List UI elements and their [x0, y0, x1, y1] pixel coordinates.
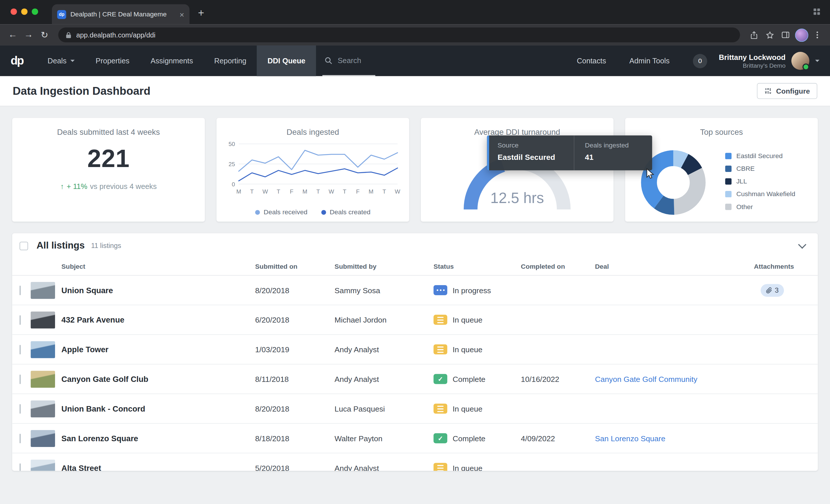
nav-item-assignments[interactable]: Assignments — [140, 45, 204, 76]
side-panel-icon[interactable] — [778, 28, 793, 42]
svg-text:F: F — [290, 188, 293, 195]
page-header: Data Ingestion Dashboard Configure — [0, 76, 830, 106]
back-button[interactable]: ← — [5, 28, 20, 42]
nav-item-reporting[interactable]: Reporting — [204, 45, 257, 76]
table-row[interactable]: Union Square 8/20/2018 Sammy Sosa In pro… — [12, 276, 818, 305]
minimize-window-button[interactable] — [21, 8, 27, 15]
legend-eastdil-secured: Eastdil Secured — [725, 153, 795, 160]
mouse-cursor — [645, 168, 656, 180]
page-title: Data Ingestion Dashboard — [13, 85, 151, 97]
zoom-window-button[interactable] — [32, 8, 38, 15]
collapse-chevron-icon[interactable] — [798, 240, 806, 249]
tooltip-source-label: Source — [498, 142, 572, 149]
browser-profile-avatar[interactable] — [794, 28, 809, 42]
legend-deals-received: Deals received — [255, 208, 307, 216]
legend-swatch-icon — [725, 191, 731, 197]
legend-swatch-icon — [725, 166, 731, 172]
tooltip-deals-label: Deals ingested — [585, 142, 629, 149]
row-checkbox[interactable] — [20, 345, 21, 354]
listing-subject: San Lorenzo Square — [61, 434, 255, 443]
listing-thumbnail — [31, 430, 55, 447]
status-label: In queue — [452, 404, 482, 413]
row-checkbox[interactable] — [20, 285, 21, 295]
column-header-attachments: Attachments — [754, 263, 818, 270]
forward-button[interactable]: → — [21, 28, 36, 42]
deal-link[interactable]: Canyon Gate Golf Community — [595, 375, 697, 383]
submitted-by-value: Michael Jordon — [334, 316, 434, 324]
table-row[interactable]: Apple Tower 1/03/2019 Andy Analyst In qu… — [12, 335, 818, 365]
svg-text:M: M — [236, 188, 241, 195]
tooltip-deals-value: 41 — [585, 153, 629, 161]
close-tab-icon[interactable]: × — [180, 10, 184, 19]
svg-text:0: 0 — [232, 181, 235, 188]
row-checkbox[interactable] — [20, 315, 21, 325]
row-checkbox[interactable] — [20, 404, 21, 413]
user-menu[interactable]: Brittany Lockwood Brittany's Demo — [719, 52, 819, 70]
url-text: app.dealpath.com/app/ddi — [76, 31, 155, 39]
column-header-submitted-on: Submitted on — [255, 263, 334, 270]
table-row[interactable]: San Lorenzo Square 8/18/2018 Walter Payt… — [12, 424, 818, 453]
row-checkbox[interactable] — [20, 374, 21, 383]
nav-item-deals[interactable]: Deals — [37, 45, 85, 76]
attachments-pill[interactable]: 3 — [761, 284, 784, 296]
submitted-by-value: Luca Pasquesi — [334, 404, 434, 413]
table-row[interactable]: Union Bank - Concord 8/20/2018 Luca Pasq… — [12, 394, 818, 424]
browser-window: dp Dealpath | CRE Deal Manageme × + ← → … — [0, 0, 830, 504]
svg-text:25: 25 — [228, 161, 235, 167]
listings-count: 11 listings — [91, 242, 121, 250]
tab-overview-icon[interactable] — [813, 8, 821, 15]
close-window-button[interactable] — [11, 8, 17, 15]
submitted-on-value: 8/11/2018 — [255, 375, 334, 383]
chart-legend: Deals receivedDeals created — [217, 208, 409, 216]
share-icon[interactable] — [746, 28, 761, 42]
all-listings-panel: All listings 11 listings SubjectSubmitte… — [12, 233, 818, 471]
browser-tab[interactable]: dp Dealpath | CRE Deal Manageme × — [52, 4, 190, 25]
legend-jll: JLL — [725, 178, 795, 185]
nav-item-ddi-queue[interactable]: DDI Queue — [257, 45, 316, 76]
user-avatar[interactable] — [791, 52, 809, 70]
browser-menu-icon[interactable] — [810, 28, 825, 42]
primary-nav: DealsPropertiesAssignmentsReportingDDI Q… — [37, 45, 316, 76]
table-row[interactable]: Alta Street 5/20/2018 Andy Analyst In qu… — [12, 453, 818, 471]
legend-other: Other — [725, 203, 795, 210]
row-checkbox[interactable] — [20, 463, 21, 471]
user-name: Brittany Lockwood — [719, 53, 785, 61]
submitted-on-value: 1/03/2019 — [255, 345, 334, 354]
nav-item-contacts[interactable]: Contacts — [565, 45, 617, 76]
listing-subject: Apple Tower — [61, 345, 255, 354]
legend-swatch-icon — [725, 153, 731, 159]
address-bar[interactable]: app.dealpath.com/app/ddi — [58, 28, 740, 42]
select-all-checkbox[interactable] — [20, 241, 28, 250]
table-row[interactable]: Canyon Gate Golf Club 8/11/2018 Andy Ana… — [12, 365, 818, 394]
dashboard-content: Deals submitted last 4 weeks 221 + 11%vs… — [0, 106, 830, 471]
nav-item-properties[interactable]: Properties — [85, 45, 140, 76]
listing-subject: Union Bank - Concord — [61, 404, 255, 413]
status-label: Complete — [452, 375, 485, 383]
listing-thumbnail — [31, 311, 55, 328]
search-icon — [324, 57, 332, 65]
column-header-completed-on: Completed on — [521, 263, 595, 270]
svg-text:F: F — [356, 188, 359, 195]
global-search[interactable]: Search — [322, 45, 375, 76]
submitted-on-value: 8/18/2018 — [255, 434, 334, 442]
reload-button[interactable]: ↻ — [37, 28, 52, 42]
new-tab-button[interactable]: + — [198, 7, 204, 19]
deals-ingested-line-chart[interactable]: 02550MTWTFMTWTFMTW — [223, 138, 403, 200]
nav-item-admin-tools[interactable]: Admin Tools — [617, 45, 681, 76]
submitted-by-value: Sammy Sosa — [334, 286, 434, 294]
table-row[interactable]: 432 Park Avenue 6/20/2018 Michael Jordon… — [12, 305, 818, 335]
submitted-on-value: 6/20/2018 — [255, 316, 334, 324]
svg-text:T: T — [316, 188, 320, 195]
dealpath-logo[interactable]: dp — [11, 54, 23, 68]
column-header-deal: Deal — [595, 263, 751, 270]
deal-link[interactable]: San Lorenzo Square — [595, 434, 665, 442]
notification-badge[interactable]: 0 — [693, 54, 707, 68]
chevron-down-icon — [70, 60, 75, 62]
configure-button[interactable]: Configure — [757, 83, 817, 99]
submitted-on-value: 5/20/2018 — [255, 464, 334, 471]
browser-tab-strip: dp Dealpath | CRE Deal Manageme × + — [0, 0, 830, 24]
status-icon — [434, 315, 447, 325]
bookmark-star-icon[interactable] — [762, 28, 777, 42]
svg-text:W: W — [262, 188, 268, 195]
row-checkbox[interactable] — [20, 433, 21, 443]
